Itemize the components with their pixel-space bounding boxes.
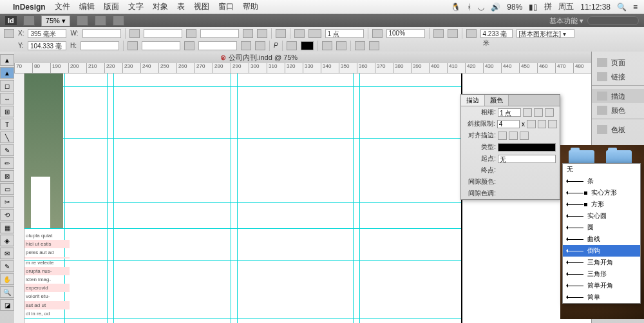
fit2-icon[interactable] — [336, 41, 346, 50]
align-center-icon[interactable] — [498, 132, 507, 140]
volume-icon[interactable]: 🔊 — [491, 3, 500, 12]
path-icon[interactable] — [276, 29, 286, 38]
fill-stroke-tool[interactable]: ◪ — [0, 299, 14, 311]
shear-field[interactable] — [198, 41, 237, 50]
text-frame[interactable]: olupta quiathici ut estispeles aut adm r… — [24, 231, 70, 318]
menu-view[interactable]: 视图 — [194, 1, 209, 12]
screen-mode-icon[interactable] — [95, 15, 106, 26]
links-panel[interactable]: 链接 — [592, 70, 644, 84]
dropdown-item[interactable]: 方形 — [563, 199, 640, 210]
p-icon[interactable]: P — [274, 42, 278, 49]
align2-icon[interactable] — [369, 41, 379, 50]
dropdown-item[interactable]: 无 — [563, 164, 640, 175]
line-tool[interactable]: ╲ — [0, 132, 14, 143]
document-tab[interactable]: ⊗ 公司内刊.indd @ 75% — [220, 53, 298, 63]
dropdown-item[interactable]: 三角开角 — [563, 257, 640, 268]
join-bevel-icon[interactable] — [548, 120, 557, 128]
wrap2-icon[interactable] — [448, 29, 458, 38]
spotlight-icon[interactable]: 🔍 — [617, 3, 627, 12]
notifications-icon[interactable]: ≡ — [633, 3, 638, 12]
arrange-icon[interactable] — [113, 15, 124, 26]
scissors-tool[interactable]: ✂ — [0, 196, 14, 208]
ruler-vertical[interactable] — [14, 73, 24, 323]
scale-y-field[interactable] — [142, 41, 180, 50]
gradient-tool[interactable]: ▦ — [0, 222, 14, 233]
ime-icon[interactable]: 拼 — [544, 1, 552, 12]
frame-tool[interactable]: ⊠ — [0, 170, 14, 182]
opacity-field[interactable]: 100% — [386, 29, 425, 38]
menu-object[interactable]: 对象 — [153, 1, 168, 12]
start-field[interactable]: 无 — [498, 155, 556, 163]
bridge-icon[interactable] — [23, 15, 35, 26]
menu-layout[interactable]: 版面 — [104, 1, 119, 12]
dropdown-item[interactable]: 三角形 — [563, 268, 640, 280]
page-tool[interactable]: ◻ — [0, 80, 14, 92]
penguin-icon[interactable]: 🐧 — [451, 3, 460, 12]
dropdown-item[interactable]: 曲线 — [563, 233, 640, 245]
rotate-icon[interactable] — [186, 29, 196, 38]
flip-v-icon[interactable] — [257, 29, 267, 38]
wifi-icon[interactable]: ◡ — [478, 3, 484, 12]
frame-type-field[interactable]: [基本图形框架] ▾ — [516, 29, 574, 38]
shear-icon[interactable] — [184, 41, 194, 50]
ruler-horizontal[interactable]: 7080190200210220230240250260270280290300… — [14, 63, 591, 73]
menu-edit[interactable]: 编辑 — [79, 1, 95, 12]
menu-table[interactable]: 表 — [177, 1, 185, 12]
dropdown-item[interactable]: 简单开角 — [563, 280, 640, 291]
eyedropper-tool[interactable]: ✎ — [0, 260, 14, 272]
rotate-field[interactable] — [200, 29, 239, 38]
dropdown-item[interactable]: 圆 — [563, 222, 640, 233]
menu-file[interactable]: 文件 — [55, 1, 70, 12]
pen-tool[interactable]: ✎ — [0, 144, 14, 156]
scale-x-field[interactable] — [144, 29, 182, 38]
type-field[interactable] — [498, 143, 556, 152]
flip-h-icon[interactable] — [243, 29, 253, 38]
content-tool[interactable]: ⊞ — [0, 106, 14, 117]
swatches-panel-btn[interactable]: 色板 — [592, 122, 644, 137]
h-field[interactable] — [80, 41, 119, 50]
note-tool[interactable]: ✉ — [0, 248, 14, 259]
effects-icon[interactable] — [372, 29, 383, 38]
scale-x-icon[interactable] — [129, 29, 140, 38]
bluetooth-icon[interactable]: ᚼ — [467, 3, 471, 12]
hand-tool[interactable]: ✋ — [0, 273, 14, 285]
gradient-feather-tool[interactable]: ◈ — [0, 235, 14, 246]
align-inside-icon[interactable] — [509, 132, 518, 140]
corner-icon[interactable] — [466, 29, 477, 38]
pages-panel[interactable]: 页面 — [592, 55, 644, 70]
weight-field[interactable]: 1 点 — [498, 108, 521, 117]
stroke-weight-field[interactable]: 1 点 — [325, 29, 364, 38]
stroke-icon[interactable] — [287, 41, 297, 50]
fill-icon[interactable] — [294, 29, 305, 38]
stroke-weight-icon[interactable] — [308, 29, 321, 38]
search-input[interactable] — [587, 16, 639, 25]
join-round-icon[interactable] — [538, 120, 547, 128]
stroke-swatch[interactable] — [301, 41, 314, 50]
w-field[interactable] — [82, 29, 121, 38]
r90cw-icon[interactable] — [241, 41, 251, 50]
corner-field[interactable]: 4.233 毫米 — [480, 29, 513, 38]
placed-image[interactable] — [24, 73, 63, 228]
doc-close-icon[interactable]: ⊗ — [220, 54, 226, 62]
gap-tool[interactable]: ↔ — [0, 93, 14, 104]
cap-round-icon[interactable] — [534, 108, 543, 117]
cap-proj-icon[interactable] — [545, 108, 554, 117]
menu-help[interactable]: 帮助 — [243, 1, 258, 12]
color-tab[interactable]: 颜色 — [485, 95, 509, 106]
dropdown-item[interactable]: 实心方形 — [563, 187, 640, 199]
dropdown-item[interactable]: 倒钩 — [563, 245, 640, 257]
align-outside-icon[interactable] — [520, 132, 529, 140]
stroke-tab[interactable]: 描边 — [461, 95, 485, 106]
direct-select-tool[interactable]: ▲ — [0, 67, 14, 79]
menu-type[interactable]: 文字 — [128, 1, 144, 12]
align-icon[interactable] — [355, 41, 365, 50]
workspace-label[interactable]: 基本功能 ▾ — [549, 16, 583, 26]
wrap-icon[interactable] — [433, 29, 444, 38]
stroke-panel-btn[interactable]: 描边 — [592, 89, 644, 103]
cap-butt-icon[interactable] — [523, 108, 532, 117]
menu-window[interactable]: 窗口 — [218, 1, 234, 12]
fit-icon[interactable] — [322, 41, 332, 50]
dropdown-item[interactable]: 简单 — [563, 291, 640, 303]
x-field[interactable]: 395 毫米 — [28, 29, 66, 38]
rect-tool[interactable]: ▭ — [0, 183, 14, 195]
